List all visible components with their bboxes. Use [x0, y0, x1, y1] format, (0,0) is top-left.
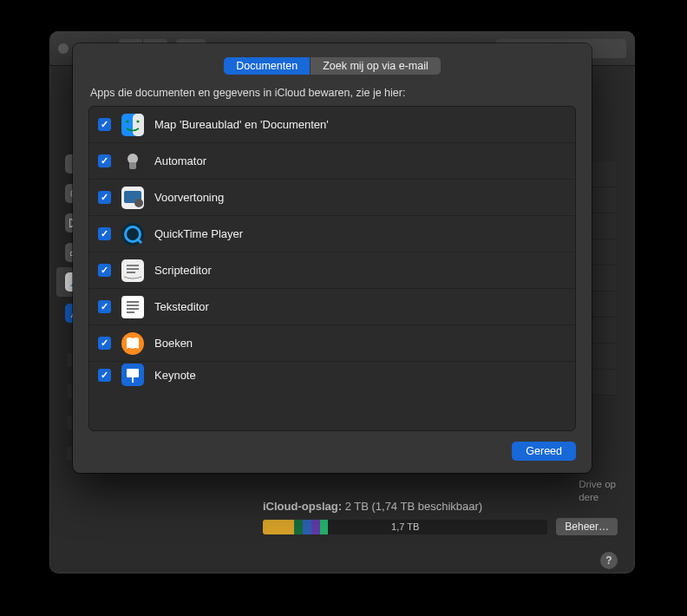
storage-bar: 1,7 TB [263, 520, 547, 534]
tab-documents[interactable]: Documenten [224, 57, 311, 75]
storage-section: iCloud-opslag: 2 TB (1,74 TB beschikbaar… [263, 500, 618, 535]
svg-point-13 [126, 120, 128, 122]
app-row[interactable]: ✓Boeken [89, 325, 575, 362]
done-button[interactable]: Gereed [512, 442, 576, 461]
app-row[interactable]: ✓Teksteditor [89, 289, 575, 325]
app-row[interactable]: ✓Scripteditor [89, 252, 575, 289]
checkbox[interactable]: ✓ [98, 154, 111, 167]
apps-list[interactable]: ✓Map 'Bureaublad' en 'Documenten'✓Automa… [88, 106, 576, 431]
app-label: Teksteditor [154, 300, 209, 313]
manage-storage-button[interactable]: Beheer… [556, 518, 618, 535]
checkbox[interactable]: ✓ [98, 264, 111, 277]
script-icon [121, 259, 144, 282]
svg-point-20 [134, 199, 143, 207]
checkbox[interactable]: ✓ [98, 227, 111, 240]
help-button[interactable]: ? [600, 552, 618, 569]
svg-rect-28 [132, 377, 134, 383]
svg-point-14 [136, 120, 139, 122]
close-icon[interactable] [58, 43, 69, 54]
checkbox[interactable]: ✓ [98, 300, 111, 313]
app-row[interactable]: ✓Keynote [89, 362, 575, 388]
app-label: Scripteditor [154, 264, 212, 277]
keynote-icon [121, 364, 144, 386]
automator-icon [121, 150, 144, 173]
storage-label: iCloud-opslag: 2 TB (1,74 TB beschikbaar… [263, 500, 618, 513]
app-label: Automator [154, 154, 206, 167]
checkbox[interactable]: ✓ [98, 337, 111, 350]
app-row[interactable]: ✓Automator [89, 143, 575, 180]
text-icon [121, 296, 144, 318]
app-row[interactable]: ✓Map 'Bureaublad' en 'Documenten' [89, 107, 575, 143]
finder-icon [121, 114, 144, 136]
checkbox[interactable]: ✓ [98, 118, 111, 131]
app-label: Voorvertoning [154, 191, 224, 204]
segmented-control: Documenten Zoek mij op via e-mail [224, 57, 440, 75]
svg-rect-27 [127, 369, 139, 377]
svg-rect-17 [129, 162, 136, 169]
documents-sheet: Documenten Zoek mij op via e-mail Apps d… [73, 43, 592, 473]
app-label: Keynote [154, 369, 196, 382]
app-label: Boeken [154, 337, 193, 350]
app-row[interactable]: ✓QuickTime Player [89, 216, 575, 252]
checkbox[interactable]: ✓ [98, 191, 111, 204]
app-label: QuickTime Player [154, 227, 243, 240]
storage-free-label: 1,7 TB [263, 520, 547, 534]
svg-rect-24 [121, 296, 144, 318]
app-label: Map 'Bureaublad' en 'Documenten' [154, 118, 329, 131]
books-icon [121, 332, 144, 355]
sheet-subtitle: Apps die documenten en gegevens in iClou… [90, 87, 576, 99]
preview-icon [121, 187, 144, 209]
checkbox[interactable]: ✓ [98, 369, 111, 382]
app-row[interactable]: ✓Voorvertoning [89, 180, 575, 216]
svg-rect-12 [133, 114, 144, 136]
quicktime-icon [121, 223, 144, 246]
tab-lookup[interactable]: Zoek mij op via e-mail [311, 57, 441, 75]
